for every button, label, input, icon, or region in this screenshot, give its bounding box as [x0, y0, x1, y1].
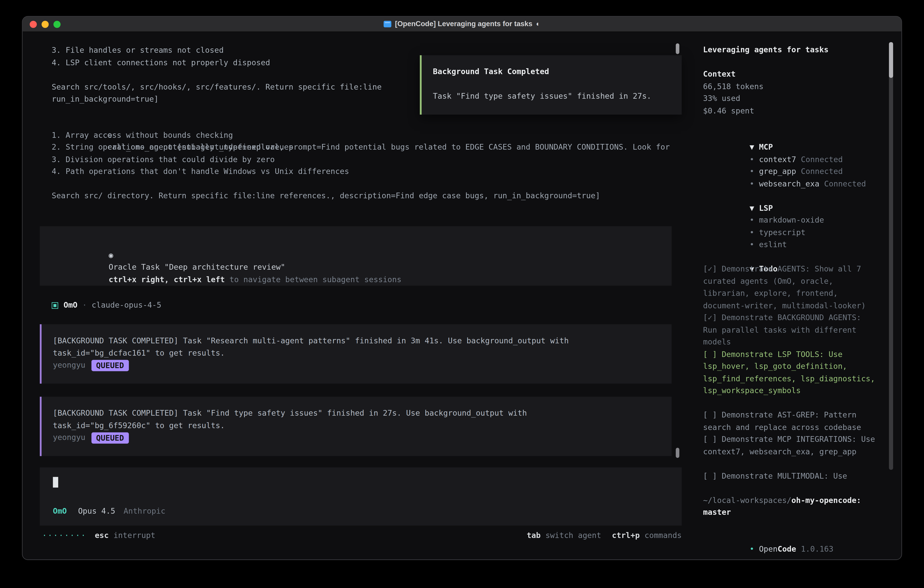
bullet-icon: • — [750, 228, 754, 237]
blank-line — [52, 69, 381, 81]
esc-key-hint: esc — [95, 530, 109, 542]
agent-model: claude-opus-4-5 — [92, 299, 162, 312]
hint-text: to navigate between subagent sessions — [225, 275, 401, 284]
tool-call-item: 3. Division operations that could divide… — [52, 154, 670, 166]
bullet-icon: • — [750, 167, 754, 176]
message-author: yeongyu — [53, 432, 85, 444]
bullet-icon: • — [750, 544, 754, 553]
chevron-down-icon: ▼ — [750, 203, 754, 212]
close-window-button[interactable] — [30, 20, 37, 28]
tool-call-footer: Search src/ directory. Return specific f… — [52, 190, 670, 202]
agent-header: OmO · claude-opus-4-5 — [52, 299, 161, 312]
todo-item: [ ] Demonstrate MULTIMODAL: Use — [703, 470, 878, 482]
hint-keys: ctrl+x right, ctrl+x left — [109, 275, 225, 284]
window-title: [OpenCode] Leveraging agents for tasks ◐ — [384, 18, 540, 30]
oracle-task-title: ◉ Oracle Task "Deep architecture review" — [53, 237, 658, 249]
message-text-line: [BACKGROUND TASK COMPLETED] Task "Find t… — [53, 408, 658, 420]
scrollback-text: 3. File handles or streams not closed 4.… — [52, 45, 381, 106]
traffic-lights — [30, 17, 61, 31]
prompt-input[interactable]: OmO Opus 4.5 Anthropic — [40, 467, 681, 525]
spinner-dots: ········ — [42, 530, 86, 542]
mcp-section-header[interactable]: ▼MCP — [703, 129, 878, 141]
commands-key-hint: ctrl+p — [612, 530, 640, 542]
message-text-line: task_id="bg_6f59260c" to get results. — [53, 420, 658, 432]
agent-name: OmO — [63, 299, 77, 312]
git-branch: master — [703, 507, 878, 519]
chevron-down-icon: ▼ — [750, 142, 754, 152]
bullet-icon: • — [750, 179, 754, 188]
chat-pane[interactable]: 3. File handles or streams not closed 4.… — [23, 31, 693, 559]
esc-key-label: interrupt — [114, 530, 155, 542]
terminal-window: [OpenCode] Leveraging agents for tasks ◐… — [22, 16, 902, 560]
toast-title: Background Task Completed — [433, 66, 681, 78]
window-titlebar[interactable]: [OpenCode] Leveraging agents for tasks ◐ — [23, 17, 901, 32]
status-left: ········ esc interrupt — [42, 530, 155, 542]
text-cursor — [53, 477, 58, 487]
tool-call-item: 4. Path operations that don't handle Win… — [52, 166, 670, 178]
message-author: yeongyu — [53, 359, 85, 372]
tool-call-header: ⚙ call_omo_agent [subagent_type=explore,… — [52, 117, 670, 129]
provider-label: Anthropic — [124, 505, 165, 517]
toast-body: Task "Find type safety issues" finished … — [433, 90, 681, 102]
todo-item: [✓] Demonstrate BACKGROUND AGENTS: Run p… — [703, 312, 878, 349]
window-title-text: [OpenCode] Leveraging agents for tasks — [395, 18, 532, 30]
todo-item: [ ] Demonstrate MCP INTEGRATIONS: Use co… — [703, 434, 878, 458]
context-heading: Context — [703, 68, 878, 81]
context-spent: $0.46 spent — [703, 105, 878, 117]
sidebar[interactable]: Leveraging agents for tasks Context 66,5… — [703, 44, 878, 543]
tab-key-label: switch agent — [545, 530, 601, 542]
agent-icon-dot — [53, 304, 56, 307]
chat-scrollbar-thumb[interactable] — [676, 43, 679, 54]
zoom-window-button[interactable] — [53, 20, 61, 28]
document-icon — [384, 21, 391, 27]
divider-dot: · — [82, 299, 87, 312]
terminal-line: 4. LSP client connections not properly d… — [52, 57, 381, 69]
minimize-window-button[interactable] — [41, 20, 49, 28]
tool-call-block: ⚙ call_omo_agent [subagent_type=explore,… — [52, 117, 670, 202]
terminal-line: 3. File handles or streams not closed — [52, 45, 381, 57]
commands-key-label: commands — [645, 530, 682, 542]
context-tokens: 66,518 tokens — [703, 81, 878, 93]
tool-call-item: 1. Array access without bounds checking — [52, 129, 670, 141]
oracle-icon: ◉ — [109, 250, 113, 259]
sidebar-scrollbar-thumb[interactable] — [889, 42, 893, 78]
status-bar: ········ esc interrupt tab switch agent … — [42, 530, 681, 542]
todo-item: [✓] Demonstrate AGENTS: Show all 7 curat… — [703, 263, 878, 312]
status-badge: QUEUED — [91, 432, 129, 444]
spinner-icon: ◐ — [536, 18, 540, 30]
workspace-path: ~/local-workspaces/oh-my-opencode: — [703, 494, 878, 507]
message-text-line: [BACKGROUND TASK COMPLETED] Task "Resear… — [53, 335, 658, 347]
terminal-line: Search src/tools/, src/hooks/, src/featu… — [52, 81, 381, 93]
message-meta: yeongyu QUEUED — [53, 432, 658, 444]
todo-item: [ ] Demonstrate LSP TOOLS: Use lsp_hover… — [703, 349, 878, 397]
tab-key-hint: tab — [527, 530, 541, 542]
screen: [OpenCode] Leveraging agents for tasks ◐… — [0, 0, 924, 588]
active-model-label: Opus 4.5 — [78, 505, 115, 517]
agent-icon — [52, 302, 58, 309]
active-agent-label: OmO — [53, 505, 67, 517]
session-title: Leveraging agents for tasks — [703, 44, 878, 56]
window-content: 3. File handles or streams not closed 4.… — [23, 31, 901, 559]
context-used: 33% used — [703, 92, 878, 105]
status-badge: QUEUED — [91, 360, 129, 371]
background-task-message: [BACKGROUND TASK COMPLETED] Task "Resear… — [40, 324, 672, 383]
background-task-message: [BACKGROUND TASK COMPLETED] Task "Find t… — [40, 397, 672, 456]
bullet-icon: • — [750, 240, 754, 249]
bullet-icon: • — [750, 216, 754, 225]
status-right: tab switch agent ctrl+p commands — [527, 530, 682, 542]
version-line: •OpenCode1.0.163 — [703, 531, 878, 543]
message-text-line: task_id="bg_dcfac161" to get results. — [53, 347, 658, 360]
version-number: 1.0.163 — [801, 544, 833, 553]
sidebar-scrollbar-track[interactable] — [889, 42, 893, 469]
terminal-line: run_in_background=true] — [52, 93, 381, 106]
bullet-icon: • — [750, 155, 754, 164]
toast-notification: Background Task Completed Task "Find typ… — [420, 55, 682, 115]
input-meta: OmO Opus 4.5 Anthropic — [53, 505, 165, 517]
chat-scrollbar-thumb[interactable] — [676, 448, 679, 458]
message-meta: yeongyu QUEUED — [53, 359, 658, 372]
oracle-task-box: ◉ Oracle Task "Deep architecture review"… — [40, 226, 672, 286]
todo-item: [ ] Demonstrate AST-GREP: Pattern search… — [703, 409, 878, 434]
